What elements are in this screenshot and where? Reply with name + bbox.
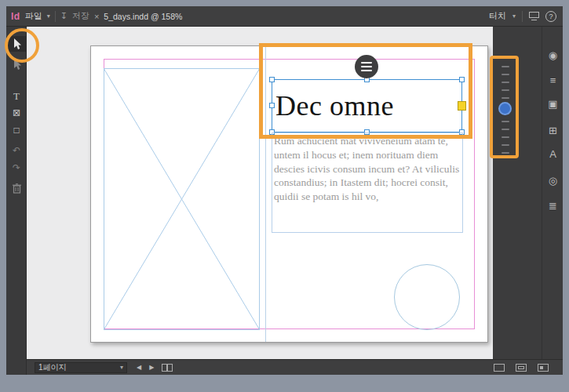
screen-mode-presentation-icon[interactable] (538, 364, 549, 372)
page-split-guide (265, 46, 266, 342)
help-icon[interactable]: ? (545, 11, 556, 22)
workspace-switch-icon[interactable] (529, 12, 539, 20)
save-icon[interactable]: ↧ (60, 11, 67, 21)
rectangle-tool[interactable]: □ (6, 122, 27, 138)
touch-menu-caret-icon[interactable]: ▾ (512, 13, 516, 20)
type-tool[interactable]: T (6, 88, 27, 103)
indesign-app-window: Id 파일 ▾ ↧ 저장 × 5_days.indd @ 158% 터치 ▾ ? (6, 6, 563, 375)
direct-selection-arrow-icon (12, 59, 22, 71)
placeholder-graphic-frame[interactable] (104, 68, 260, 330)
screenshot-root: Id 파일 ▾ ↧ 저장 × 5_days.indd @ 158% 터치 ▾ ? (0, 0, 569, 392)
indesign-logo: Id (11, 11, 20, 22)
selection-arrow-icon (12, 38, 22, 50)
frame-x-icon (104, 68, 260, 330)
hamburger-icon (361, 62, 372, 64)
file-menu[interactable]: 파일 (25, 10, 42, 22)
resize-handle-mid-left[interactable] (269, 103, 275, 108)
spread-view-icon[interactable] (162, 364, 173, 372)
body-placeholder-text: Rum achucient mat viviveneium atam te, u… (272, 133, 462, 204)
styles-icon[interactable]: A (542, 146, 564, 162)
separator (55, 11, 56, 22)
tools-panel: T ⊠ □ ↶ ↷ (6, 27, 27, 375)
page-dropdown-caret-icon: ▾ (120, 364, 123, 371)
document-tab-title[interactable]: 5_days.indd @ 158% (104, 12, 182, 21)
file-menu-caret-icon[interactable]: ▾ (47, 13, 50, 20)
right-panel: ◉ ≡ ▣ ⊞ A ◎ ≣ (493, 27, 563, 375)
close-document-icon[interactable]: × (94, 12, 99, 21)
titlebar-right: 터치 ▾ ? (489, 10, 563, 22)
workspace-touch-menu[interactable]: 터치 (489, 10, 506, 22)
zoom-slider-thumb[interactable] (498, 102, 512, 115)
selection-tool[interactable] (6, 36, 27, 52)
titlebar: Id 파일 ▾ ↧ 저장 × 5_days.indd @ 158% 터치 ▾ ? (6, 6, 563, 27)
page-label: 1페이지 (38, 362, 67, 373)
next-page-icon[interactable]: ▶ (149, 364, 154, 371)
separator (522, 11, 523, 22)
prev-page-icon[interactable]: ◀ (137, 364, 141, 371)
direct-selection-tool[interactable] (6, 56, 27, 72)
page-spread: Dec omne Rum achucient mat vivivene (90, 45, 488, 343)
undo-button[interactable]: ↶ (6, 143, 27, 158)
delete-trash-icon[interactable] (6, 180, 27, 196)
pages-icon[interactable]: ▣ (542, 96, 564, 111)
heading-text: Dec omne (272, 89, 394, 122)
libraries-icon[interactable]: ◉ (542, 47, 564, 63)
text-port-handle-yellow[interactable] (458, 101, 466, 111)
body-text-frame[interactable]: Rum achucient mat viviveneium atam te, u… (272, 132, 463, 233)
page-navigation: ◀ ▶ (137, 364, 173, 372)
panel-icon-strip: ◉ ≡ ▣ ⊞ A ◎ ≣ (542, 27, 563, 375)
circle-graphic-frame[interactable] (394, 264, 460, 330)
selected-text-frame[interactable]: Dec omne (272, 79, 462, 132)
swatches-icon[interactable]: ⊞ (542, 122, 564, 138)
menu-icon[interactable]: ≡ (542, 72, 564, 88)
screen-mode-buttons (494, 364, 549, 372)
resize-handle-top-right[interactable] (459, 77, 465, 82)
screen-mode-normal-icon[interactable] (494, 364, 505, 372)
save-button[interactable]: 저장 (72, 10, 89, 22)
screen-mode-preview-icon[interactable] (516, 364, 527, 372)
redo-button[interactable]: ↷ (6, 160, 27, 176)
titlebar-left: Id 파일 ▾ ↧ 저장 × 5_days.indd @ 158% (6, 10, 489, 22)
paragraph-icon[interactable]: ≣ (542, 198, 564, 213)
document-canvas[interactable]: Dec omne Rum achucient mat vivivene (27, 27, 493, 359)
touch-context-menu-button[interactable] (355, 55, 378, 78)
resize-handle-top-left[interactable] (269, 77, 275, 82)
zoom-slider[interactable] (498, 61, 513, 162)
preview-icon[interactable]: ◎ (542, 172, 564, 188)
status-bar: 1페이지 ▾ ◀ ▶ (27, 359, 563, 375)
page-selector-dropdown[interactable]: 1페이지 ▾ (35, 362, 127, 373)
frame-tool[interactable]: ⊠ (6, 105, 27, 121)
